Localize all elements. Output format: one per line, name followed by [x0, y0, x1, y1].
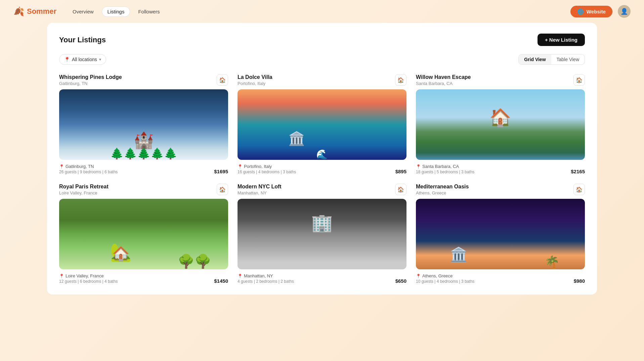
- listing-home-icon[interactable]: 🏠: [395, 184, 406, 195]
- listing-card[interactable]: Whispering Pines Lodge Gatlinburg, TN 🏠 …: [59, 74, 228, 174]
- listing-card-header: La Dolce Villa Portofino, Italy 🏠: [238, 74, 406, 86]
- listing-card-header: Mediterranean Oasis Athens, Greece 🏠: [416, 184, 585, 195]
- location-text: Santa Barbara, CA: [422, 164, 459, 169]
- listing-image: [59, 199, 228, 269]
- listing-price: $980: [574, 278, 585, 284]
- listing-price: $895: [395, 169, 406, 174]
- location-text: Portofino, Italy: [244, 164, 272, 169]
- listing-name: Willow Haven Escape: [416, 74, 471, 80]
- listing-location-header: Manhattan, NY: [238, 190, 282, 195]
- listing-location-header: Portofino, Italy: [238, 81, 272, 86]
- listing-card[interactable]: Mediterranean Oasis Athens, Greece 🏠 📍 A…: [416, 184, 585, 284]
- listing-details: 16 guests | 4 bedrooms | 3 baths: [238, 170, 296, 174]
- listing-image: [59, 89, 228, 160]
- listing-price: $1450: [214, 278, 228, 284]
- filter-row: 📍 All locations ▾ Grid View Table View: [59, 54, 585, 65]
- location-text: Athens, Greece: [422, 273, 453, 278]
- listing-image: [238, 89, 406, 160]
- listing-name: Mediterranean Oasis: [416, 184, 469, 190]
- listing-card-header: Modern NYC Loft Manhattan, NY 🏠: [238, 184, 406, 195]
- nav-followers[interactable]: Followers: [133, 7, 165, 16]
- view-toggle: Grid View Table View: [518, 54, 585, 65]
- nav-overview[interactable]: Overview: [67, 7, 99, 16]
- listing-card[interactable]: La Dolce Villa Portofino, Italy 🏠 📍 Port…: [238, 74, 406, 174]
- listing-price: $1695: [214, 169, 228, 174]
- listing-card-header: Royal Paris Retreat Loire Valley, France…: [59, 184, 228, 195]
- listing-home-icon[interactable]: 🏠: [395, 74, 406, 86]
- avatar[interactable]: 👤: [618, 5, 631, 18]
- listing-location: 📍 Portofino, Italy: [238, 164, 296, 169]
- location-pin-icon: 📍: [238, 274, 243, 278]
- listing-card-header: Willow Haven Escape Santa Barbara, CA 🏠: [416, 74, 585, 86]
- listing-details: 26 guests | 9 bedrooms | 6 baths: [59, 170, 118, 174]
- listing-card[interactable]: Royal Paris Retreat Loire Valley, France…: [59, 184, 228, 284]
- listing-card-footer: 📍 Athens, Greece 10 guests | 4 bedrooms …: [416, 273, 585, 284]
- page-title: Your Listings: [59, 36, 106, 44]
- listing-image: [416, 89, 585, 160]
- navbar-right: 🌐 Website 👤: [570, 5, 631, 18]
- table-view-button[interactable]: Table View: [551, 54, 585, 64]
- location-filter[interactable]: 📍 All locations ▾: [59, 54, 106, 65]
- listing-card-footer: 📍 Portofino, Italy 16 guests | 4 bedroom…: [238, 164, 406, 174]
- logo[interactable]: 🍂 Sommer: [13, 6, 56, 17]
- logo-icon: 🍂: [13, 6, 24, 17]
- listing-location: 📍 Loire Valley, France: [59, 273, 118, 278]
- avatar-emoji: 👤: [620, 8, 628, 15]
- listing-location: 📍 Gatlinburg, TN: [59, 164, 118, 169]
- listing-image: [416, 199, 585, 269]
- website-button[interactable]: 🌐 Website: [570, 6, 612, 17]
- listing-details: 12 guests | 6 bedrooms | 4 baths: [59, 279, 118, 284]
- listing-location: 📍 Manhattan, NY: [238, 273, 294, 278]
- listing-name: Whispering Pines Lodge: [59, 74, 122, 80]
- listing-card-footer: 📍 Loire Valley, France 12 guests | 6 bed…: [59, 273, 228, 284]
- listings-header: Your Listings + New Listing: [59, 34, 585, 46]
- location-pin-icon: 📍: [238, 164, 243, 169]
- listings-grid: Whispering Pines Lodge Gatlinburg, TN 🏠 …: [59, 74, 585, 284]
- location-pin-icon: 📍: [416, 164, 421, 169]
- location-text: Gatlinburg, TN: [66, 164, 94, 169]
- listing-card-footer: 📍 Manhattan, NY 4 guests | 2 bedrooms | …: [238, 273, 406, 284]
- listing-location-header: Loire Valley, France: [59, 190, 109, 195]
- new-listing-button[interactable]: + New Listing: [538, 34, 585, 46]
- listing-name: Modern NYC Loft: [238, 184, 282, 190]
- grid-view-button[interactable]: Grid View: [519, 54, 551, 64]
- listing-name: Royal Paris Retreat: [59, 184, 109, 190]
- nav-links: Overview Listings Followers: [67, 6, 165, 17]
- location-pin-icon: 📍: [59, 164, 64, 169]
- main-card: Your Listings + New Listing 📍 All locati…: [47, 23, 597, 295]
- listing-details: 4 guests | 2 bedrooms | 2 baths: [238, 279, 294, 284]
- listing-home-icon[interactable]: 🏠: [217, 184, 228, 195]
- chevron-down-icon: ▾: [99, 57, 101, 62]
- listing-home-icon[interactable]: 🏠: [573, 74, 585, 86]
- listing-card[interactable]: Willow Haven Escape Santa Barbara, CA 🏠 …: [416, 74, 585, 174]
- listing-details: 18 guests | 5 bedrooms | 3 baths: [416, 170, 474, 174]
- listing-card-header: Whispering Pines Lodge Gatlinburg, TN 🏠: [59, 74, 228, 86]
- listing-home-icon[interactable]: 🏠: [217, 74, 228, 86]
- listing-location-header: Gatlinburg, TN: [59, 81, 122, 86]
- globe-icon: 🌐: [577, 8, 584, 15]
- listing-card[interactable]: Modern NYC Loft Manhattan, NY 🏠 📍 Manhat…: [238, 184, 406, 284]
- location-text: Manhattan, NY: [244, 273, 273, 278]
- location-label: All locations: [72, 57, 97, 62]
- listing-price: $650: [395, 278, 406, 284]
- navbar-left: 🍂 Sommer Overview Listings Followers: [13, 6, 165, 17]
- listing-location: 📍 Athens, Greece: [416, 273, 474, 278]
- listing-name: La Dolce Villa: [238, 74, 272, 80]
- nav-listings[interactable]: Listings: [102, 6, 130, 17]
- listing-location-header: Athens, Greece: [416, 190, 469, 195]
- listing-card-footer: 📍 Santa Barbara, CA 18 guests | 5 bedroo…: [416, 164, 585, 174]
- location-pin-icon: 📍: [59, 274, 64, 278]
- location-text: Loire Valley, France: [66, 273, 104, 278]
- listing-location: 📍 Santa Barbara, CA: [416, 164, 474, 169]
- listing-home-icon[interactable]: 🏠: [573, 184, 585, 195]
- listing-card-footer: 📍 Gatlinburg, TN 26 guests | 9 bedrooms …: [59, 164, 228, 174]
- listing-details: 10 guests | 4 bedrooms | 3 baths: [416, 279, 474, 284]
- listing-image: [238, 199, 406, 269]
- location-pin-icon: 📍: [416, 274, 421, 278]
- pin-icon: 📍: [64, 57, 70, 62]
- logo-text: Sommer: [27, 7, 56, 16]
- listing-price: $2165: [571, 169, 585, 174]
- website-btn-label: Website: [587, 9, 606, 14]
- listing-location-header: Santa Barbara, CA: [416, 81, 471, 86]
- navbar: 🍂 Sommer Overview Listings Followers 🌐 W…: [0, 0, 644, 23]
